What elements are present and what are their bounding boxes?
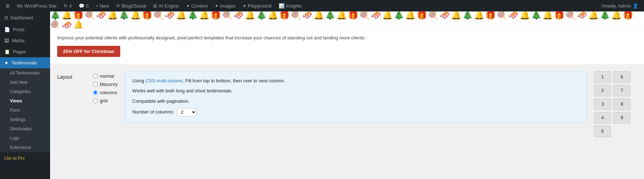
col-btn-2[interactable]: 2 [594, 85, 611, 96]
comments-item[interactable]: 💬 0 [76, 0, 91, 11]
updates-icon: ↻ [64, 3, 68, 9]
blog2social-icon: ⟳ [116, 3, 120, 9]
christmas-cta-button[interactable]: 25% OFF for Christmas [57, 46, 120, 57]
banner-description: Impress your potential clients with prof… [57, 34, 637, 42]
add-new-label: Add New [10, 80, 28, 85]
col-btn-6[interactable]: 6 [613, 71, 630, 83]
images-item[interactable]: ✦ Images [212, 0, 238, 11]
col-btn-9[interactable]: 9 [613, 112, 630, 124]
blog2social-label: Blog2Social [122, 3, 146, 9]
col-btn-3[interactable]: 3 [594, 98, 611, 110]
sidebar-subitem-form[interactable]: Form [0, 106, 50, 115]
radio-columns-input[interactable] [93, 90, 98, 95]
pages-icon: 📋 [4, 49, 10, 54]
updates-count: 4 [69, 3, 72, 9]
layout-options: normal Masonry columns grid [93, 71, 118, 122]
categories-label: Categories [10, 89, 31, 94]
radio-columns[interactable]: columns [93, 90, 118, 95]
col-btn-8[interactable]: 8 [613, 98, 630, 110]
user-label: Howdy, Admin [602, 3, 631, 9]
col-btn-7[interactable]: 7 [613, 85, 630, 96]
shortcodes-label: Shortcodes [10, 126, 32, 131]
sidebar-subitem-settings[interactable]: Settings [0, 115, 50, 124]
col-btn-4[interactable]: 4 [594, 112, 611, 124]
ai-engine-label: AI Engine [158, 3, 179, 9]
sidebar-item-posts[interactable]: 📄 Posts [0, 24, 50, 35]
site-name-text: My WordPress Site [17, 3, 57, 9]
logs-label: Logs [10, 136, 19, 141]
line1-suffix: . Fill from top to bottom, then over to … [183, 78, 285, 83]
css-multicolumn-link[interactable]: CSS multi-column [146, 78, 183, 83]
comments-icon: 💬 [79, 3, 84, 9]
radio-masonry-label: Masonry [100, 82, 118, 87]
sidebar-subitem-logs[interactable]: Logs [0, 134, 50, 143]
christmas-banner: 🎄🔔🎁🍭🛷🔔🎄🔔🎁🍭🛷🔔🎄🔔🎁🍭🛷🔔🎄🔔🎁🍭🛷🔔🎄🔔🎁🍭🛷🔔🎄🔔🎁🍭🛷🔔🎄🔔🎁🍭… [50, 11, 644, 64]
user-avatar: 👤 [633, 3, 638, 9]
col-btn-1[interactable]: 1 [594, 71, 611, 83]
columns-select-row: Number of columns: 1 2 3 4 5 6 [132, 108, 579, 116]
radio-grid-input[interactable] [93, 98, 98, 103]
radio-grid[interactable]: grid [93, 98, 118, 103]
sidebar-item-pages[interactable]: 📋 Pages [0, 46, 50, 57]
radio-normal-input[interactable] [93, 74, 98, 78]
adminbar-right: Howdy, Admin 👤 [599, 0, 641, 11]
insights-item[interactable]: 📊 Insights [276, 0, 305, 11]
sidebar-subitem-extensions[interactable]: Extensions [0, 143, 50, 152]
sidebar-item-media[interactable]: 🖼 Media [0, 35, 50, 46]
content-item[interactable]: ✦ Content [183, 0, 211, 11]
lite-pro-label: Lite vs Pro [4, 156, 25, 161]
new-label: + New [96, 3, 109, 9]
comments-count: 0 [86, 3, 88, 9]
using-prefix: Using [132, 78, 146, 83]
admin-bar: ⊞ My WordPress Site ↻ 4 💬 0 + New ⟳ Blog… [0, 0, 644, 11]
form-label: Form [10, 108, 20, 113]
radio-normal[interactable]: normal [93, 73, 118, 79]
col-btn-5[interactable]: 5 [594, 126, 611, 137]
blog2social-item[interactable]: ⟳ Blog2Social [113, 0, 149, 11]
grid-col-left: 1 2 3 4 5 [594, 71, 611, 137]
sidebar-subitem-categories[interactable]: Categories [0, 87, 50, 96]
posts-label: Posts [13, 27, 25, 32]
layout-section-label: Layout [57, 71, 86, 80]
sidebar-item-testimonials[interactable]: ★ Testimonials [0, 57, 50, 68]
sidebar-subitem-all[interactable]: All Testimonials [0, 68, 50, 78]
sidebar-subitem-shortcodes[interactable]: Shortcodes [0, 124, 50, 134]
radio-normal-label: normal [100, 73, 114, 79]
site-name-item[interactable]: My WordPress Site [14, 0, 59, 11]
layout-main: normal Masonry columns grid [93, 71, 587, 122]
layout-info-panel: Using CSS multi-column. Fill from top to… [125, 71, 587, 122]
user-item[interactable]: Howdy, Admin 👤 [599, 0, 641, 11]
radio-masonry-input[interactable] [93, 82, 98, 87]
sidebar-subitem-add-new[interactable]: Add New [0, 78, 50, 87]
images-label: Images [220, 3, 235, 9]
wp-logo-item[interactable]: ⊞ [3, 0, 13, 11]
banner-decorations: 🎄🔔🎁🍭🛷🔔🎄🔔🎁🍭🛷🔔🎄🔔🎁🍭🛷🔔🎄🔔🎁🍭🛷🔔🎄🔔🎁🍭🛷🔔🎄🔔🎁🍭🛷🔔🎄🔔🎁🍭… [50, 11, 644, 29]
content-label: Content [191, 3, 208, 9]
new-item[interactable]: + New [93, 0, 112, 11]
ai-engine-item[interactable]: ⊞ AI Engine [150, 0, 181, 11]
posts-icon: 📄 [4, 27, 10, 32]
views-label: Views [10, 98, 22, 103]
layout-section: Layout normal Masonry columns [50, 64, 644, 144]
media-icon: 🖼 [4, 38, 9, 43]
radio-masonry[interactable]: Masonry [93, 82, 118, 87]
settings-label: Settings [10, 117, 25, 122]
ai-engine-icon: ⊞ [153, 3, 157, 9]
updates-item[interactable]: ↻ 4 [61, 0, 74, 11]
radio-grid-label: grid [100, 98, 108, 103]
main-content: 🎄🔔🎁🍭🛷🔔🎄🔔🎁🍭🛷🔔🎄🔔🎁🍭🛷🔔🎄🔔🎁🍭🛷🔔🎄🔔🎁🍭🛷🔔🎄🔔🎁🍭🛷🔔🎄🔔🎁🍭… [50, 11, 644, 179]
images-icon: ✦ [215, 3, 219, 9]
columns-number-grid: 1 2 3 4 5 6 7 8 9 [594, 71, 637, 137]
layout-wrapper: ⊟ Dashboard 📄 Posts 🖼 Media 📋 Pages ★ Te… [0, 11, 644, 179]
sidebar-item-dashboard[interactable]: ⊟ Dashboard [0, 11, 50, 24]
extensions-label: Extensions [10, 145, 31, 150]
dashboard-icon: ⊟ [4, 15, 8, 20]
sidebar-subitem-views[interactable]: Views [0, 96, 50, 106]
sidebar-subitems: All Testimonials Add New Categories View… [0, 68, 50, 152]
layout-info-line3: Compatible with pagination. [132, 98, 579, 105]
radio-columns-label: columns [100, 90, 117, 95]
columns-select[interactable]: 1 2 3 4 5 6 [177, 108, 197, 116]
sidebar-lite-pro[interactable]: Lite vs Pro [0, 152, 50, 164]
columns-label: Number of columns: [132, 108, 174, 116]
playground-item[interactable]: ✦ Playground [240, 0, 274, 11]
